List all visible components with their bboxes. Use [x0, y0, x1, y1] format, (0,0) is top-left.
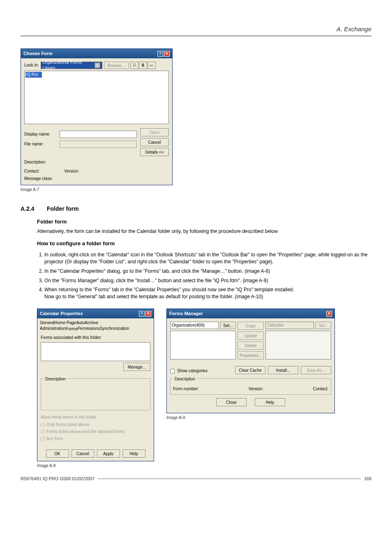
save-as-button[interactable]: Save As... — [301, 366, 331, 374]
tab-administration[interactable]: Administration — [40, 326, 66, 332]
filename-label: File name: — [24, 141, 57, 147]
tab-sync[interactable]: Synchronization — [100, 326, 129, 332]
steps-list: In outlook, right-click on the "Calendar… — [37, 251, 371, 300]
list-item[interactable]: iQ Pro — [25, 72, 42, 78]
forms-manager-dialog: Forms Manager ✕ Organization(409) Set...… — [166, 309, 335, 413]
show-categories-checkbox[interactable] — [170, 369, 175, 373]
tab-permissions[interactable]: Permissions — [78, 326, 100, 332]
install-button[interactable]: Install... — [268, 366, 298, 374]
radio-only-listed[interactable] — [41, 423, 45, 427]
help-button[interactable]: Help — [122, 449, 145, 458]
subheading-howto: How to configure a folder form — [37, 240, 371, 247]
caption-a9: Image A-9 — [166, 415, 335, 421]
lookin-select[interactable]: Organizational Forms Library ▼ — [41, 62, 102, 69]
page-footer: R5976491 IQ PRO G500 01/02/2007 169 — [21, 476, 371, 482]
cancel-button[interactable]: Cancel — [140, 138, 169, 146]
step-3: On the "Forms Manager" dialog, click the… — [44, 277, 371, 284]
forms-assoc-label: Forms associated with this folder: — [41, 335, 150, 341]
radio-any-form[interactable] — [41, 437, 45, 441]
allow-legend: Allow these forms in this folder — [41, 415, 150, 420]
step-4: When returning to the "Forms" tab in the… — [44, 286, 371, 300]
subheading-folder-form: Folder form — [37, 218, 371, 226]
tab-general[interactable]: General — [40, 320, 55, 326]
clear-cache-button[interactable]: Clear Cache — [235, 366, 265, 374]
cal-titlebar: Calendar Properties ? ✕ — [37, 309, 154, 318]
properties-button[interactable]: Properties... — [238, 351, 264, 359]
filename-input — [60, 140, 137, 148]
radio1-label: Only forms listed above — [46, 422, 90, 428]
forms-assoc-listbox[interactable] — [41, 342, 150, 361]
description-label: Description: — [24, 159, 169, 165]
forms-listbox[interactable]: iQ Pro — [24, 71, 169, 124]
close-icon[interactable]: ✕ — [164, 51, 170, 57]
choose-form-title: Choose Form — [23, 51, 53, 57]
description-legend: Description — [44, 376, 67, 382]
manage-button[interactable]: Manage... — [123, 363, 150, 371]
tab-homepage[interactable]: Home Page — [55, 320, 76, 326]
caption-a8: Image A-8 — [37, 463, 154, 469]
left-library-field: Organization(409) — [170, 322, 219, 329]
footer-left: R5976491 IQ PRO G500 01/02/2007 — [21, 476, 95, 482]
tab-autoarchive[interactable]: AutoArchive — [76, 320, 98, 326]
step-2: In the "Calendar Properties" dialog, go … — [44, 268, 371, 275]
ok-button[interactable]: OK — [46, 449, 69, 458]
show-categories-label: Show categories — [177, 368, 208, 374]
lookin-value: Organizational Forms Library — [43, 60, 95, 71]
copy-button[interactable]: Copy — [238, 322, 264, 330]
right-library-field: Calendar — [265, 322, 314, 329]
section-heading: A.2.4 Folder form — [21, 205, 371, 213]
open-button[interactable]: Open — [140, 128, 169, 136]
fm-version-label: Version: — [249, 386, 263, 392]
help-icon[interactable]: ? — [157, 51, 163, 57]
section-number: A.2.4 — [21, 205, 45, 213]
radio-listed-standard[interactable] — [41, 430, 45, 434]
page-header: A. Exchange — [21, 25, 371, 36]
fm-contact-label: Contact: — [313, 386, 328, 392]
set-right-button[interactable]: Set... — [316, 322, 331, 329]
update-button[interactable]: Update — [238, 332, 264, 340]
lookin-label: Look In: — [24, 62, 39, 68]
msgclass-label: Message class: — [24, 176, 169, 182]
formnum-label: Form number: — [173, 386, 199, 392]
step-1: In outlook, right-click on the "Calendar… — [44, 251, 371, 265]
delete-button[interactable]: Delete — [238, 341, 264, 350]
cancel-button[interactable]: Cancel — [71, 449, 95, 458]
left-forms-list[interactable] — [170, 331, 236, 359]
calendar-properties-dialog: Calendar Properties ? ✕ General Home Pag… — [37, 309, 154, 461]
browse-button[interactable]: Browse... — [104, 62, 129, 69]
details-button[interactable]: Details << — [140, 148, 169, 156]
fm-title: Forms Manager — [169, 311, 203, 317]
section-title: Folder form — [47, 205, 79, 212]
right-forms-list[interactable] — [265, 331, 331, 359]
description-fieldset: Description — [41, 378, 150, 410]
choose-form-titlebar: Choose Form ? ✕ — [21, 49, 172, 58]
displayname-input[interactable] — [60, 131, 137, 138]
apply-button[interactable]: Apply — [97, 449, 120, 458]
chevron-down-icon[interactable]: ▼ — [95, 62, 100, 68]
set-left-button[interactable]: Set... — [220, 322, 236, 329]
close-icon[interactable]: ✕ — [326, 311, 332, 317]
view-details-icon[interactable]: ≣ — [139, 62, 147, 69]
close-icon[interactable]: ✕ — [145, 311, 151, 317]
fm-titlebar: Forms Manager ✕ — [167, 309, 334, 318]
step-4a: When returning to the "Forms" tab in the… — [44, 287, 294, 292]
version-label: Version: — [64, 168, 79, 174]
fm-description-fieldset: Description Form number: Version: Contac… — [170, 378, 331, 395]
step-4b: Now go to the "General" tab and select t… — [44, 293, 371, 300]
help-icon[interactable]: ? — [139, 311, 145, 317]
fm-help-button[interactable]: Help — [255, 398, 285, 406]
close-button[interactable]: Close — [216, 398, 247, 406]
tab-forms[interactable]: Forms — [66, 326, 77, 332]
choose-form-dialog: Choose Form ? ✕ Look In: Organizational … — [21, 48, 173, 185]
paragraph: Alternatively, the form can be installed… — [37, 228, 371, 235]
caption-a7: Image A-7 — [21, 187, 371, 193]
displayname-label: Display name: — [24, 131, 57, 137]
contact-label: Contact: — [24, 168, 39, 174]
cal-title: Calendar Properties — [40, 311, 83, 317]
fm-desc-legend: Description — [173, 376, 197, 382]
view-list-icon[interactable]: ☷ — [130, 62, 138, 69]
view-large-icon[interactable]: ▭ — [148, 62, 156, 69]
radio2-label: Forms listed above and the standard form… — [46, 429, 125, 435]
allow-forms-group: Allow these forms in this folder Only fo… — [41, 415, 150, 442]
footer-page-number: 169 — [364, 476, 371, 482]
